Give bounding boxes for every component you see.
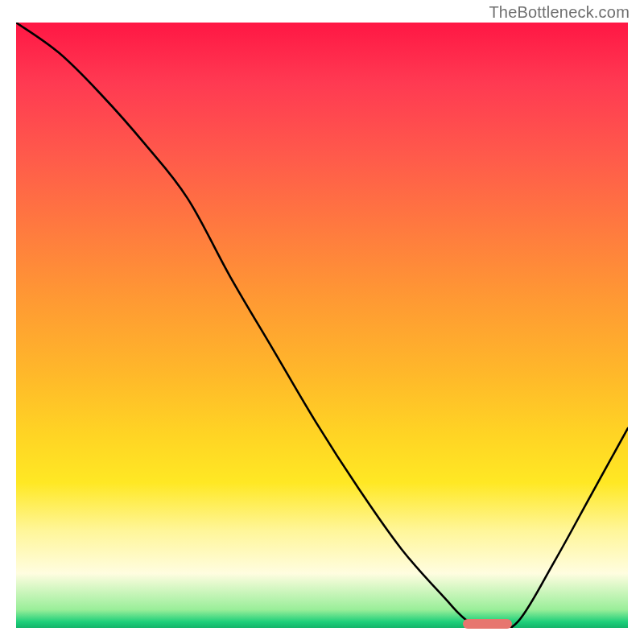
plot-area [16, 23, 628, 628]
watermark-text: TheBottleneck.com [489, 3, 630, 22]
chart-container: TheBottleneck.com [0, 0, 644, 644]
bottleneck-marker [463, 619, 512, 629]
curve-layer [16, 23, 628, 628]
bottleneck-curve [16, 23, 628, 628]
